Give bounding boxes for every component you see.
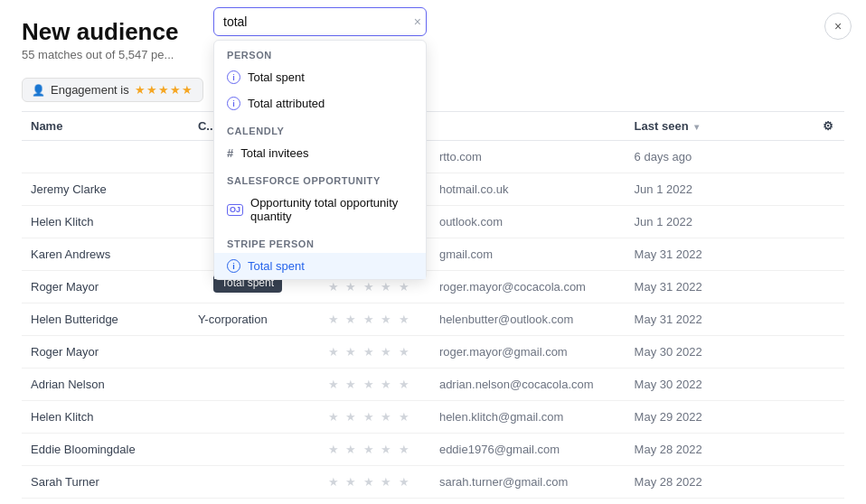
table-row: Roger Mayor★ ★ ★ ★ ★roger.mayor@gmail.co… bbox=[22, 336, 844, 369]
cell-lastseen: May 29 2022 bbox=[626, 401, 737, 434]
col-header-settings[interactable]: ⚙ bbox=[811, 112, 844, 141]
cell-extra bbox=[737, 369, 811, 401]
table-row: Helen Klitch★ ★ ★ ★ ★helen.klitch@gmail.… bbox=[22, 401, 844, 434]
col-header-lastseen[interactable]: Last seen ▾ bbox=[626, 112, 737, 141]
table-container: Name C... Last seen ▾ ⚙ rtto.com6 days a… bbox=[0, 111, 866, 499]
cell-name: Helen Klitch bbox=[22, 401, 189, 434]
cell-name: Adrian Nelson bbox=[22, 369, 189, 401]
cell-extra bbox=[737, 401, 811, 434]
cell-lastseen: May 31 2022 bbox=[626, 238, 737, 271]
dropdown-item-label: Total attributed bbox=[248, 97, 325, 110]
cell-settings bbox=[811, 238, 844, 271]
cell-email: rtto.com bbox=[430, 141, 626, 173]
dropdown-item-label: Opportunity total opportunity quantity bbox=[250, 196, 413, 223]
cell-settings bbox=[811, 369, 844, 401]
page-header: New audience 55 matches out of 5,547 pe.… bbox=[0, 0, 866, 69]
cell-email: adrian.nelson@cocacola.com bbox=[430, 369, 626, 401]
cell-extra bbox=[737, 141, 811, 173]
cell-company bbox=[189, 369, 319, 401]
circle-i-icon: i bbox=[227, 259, 240, 273]
cell-email: hotmail.co.uk bbox=[430, 173, 626, 206]
cell-lastseen: May 31 2022 bbox=[626, 303, 737, 336]
cell-name: Karen Andrews bbox=[22, 238, 189, 271]
cell-company bbox=[189, 434, 319, 466]
cell-name: Eddie Bloomingdale bbox=[22, 434, 189, 466]
table-row: Eddie Bloomingdale★ ★ ★ ★ ★eddie1976@gma… bbox=[22, 434, 844, 466]
dropdown-section-calendly: CALENDLY bbox=[214, 117, 426, 140]
cell-settings bbox=[811, 141, 844, 173]
cell-company bbox=[189, 401, 319, 434]
cell-email: gmail.com bbox=[430, 238, 626, 271]
table-row: Sarah Turner★ ★ ★ ★ ★sarah.turner@gmail.… bbox=[22, 466, 844, 499]
table-header-row: Name C... Last seen ▾ ⚙ bbox=[22, 112, 844, 141]
contacts-table: Name C... Last seen ▾ ⚙ rtto.com6 days a… bbox=[22, 111, 844, 499]
cell-lastseen: May 31 2022 bbox=[626, 271, 737, 303]
filter-label: Engagement is bbox=[51, 83, 129, 97]
cell-settings bbox=[811, 434, 844, 466]
cell-email: eddie1976@gmail.com bbox=[430, 434, 626, 466]
dropdown-section-stripe: STRIPE PERSON bbox=[214, 229, 426, 253]
cell-engagement: ★ ★ ★ ★ ★ bbox=[319, 336, 430, 369]
close-button[interactable]: × bbox=[824, 13, 852, 40]
cell-lastseen: May 30 2022 bbox=[626, 369, 737, 401]
table-row: Adrian Nelson★ ★ ★ ★ ★adrian.nelson@coca… bbox=[22, 369, 844, 401]
dropdown-item-stripe-total-spent[interactable]: i Total spent bbox=[214, 253, 426, 279]
table-row: Helen Klitchoutlook.comJun 1 2022 bbox=[22, 206, 844, 238]
table-row: Roger Mayor★ ★ ★ ★ ★roger.mayor@cocacola… bbox=[22, 271, 844, 303]
search-input-wrapper: × bbox=[213, 7, 427, 36]
cell-extra bbox=[737, 173, 811, 206]
dropdown-item-label: Total invitees bbox=[240, 146, 308, 160]
cell-engagement: ★ ★ ★ ★ ★ bbox=[319, 434, 430, 466]
cell-lastseen: May 28 2022 bbox=[626, 434, 737, 466]
cell-name: Roger Mayor bbox=[22, 336, 189, 369]
person-icon: 👤 bbox=[32, 84, 45, 97]
cell-extra bbox=[737, 303, 811, 336]
cell-email: roger.mayor@cocacola.com bbox=[430, 271, 626, 303]
cell-extra bbox=[737, 466, 811, 499]
cell-email: helenbutter@outlook.com bbox=[430, 303, 626, 336]
cell-name: Jeremy Clarke bbox=[22, 173, 189, 206]
cell-name bbox=[22, 141, 189, 173]
cell-engagement: ★ ★ ★ ★ ★ bbox=[319, 401, 430, 434]
cell-settings bbox=[811, 466, 844, 499]
dropdown-section-salesforce: SALESFORCE OPPORTUNITY bbox=[214, 166, 426, 190]
filter-bar: 👤 Engagement is ★★★★★ bbox=[0, 69, 866, 111]
cell-settings bbox=[811, 206, 844, 238]
cell-email: outlook.com bbox=[430, 206, 626, 238]
cell-settings bbox=[811, 401, 844, 434]
cell-lastseen: Jun 1 2022 bbox=[626, 206, 737, 238]
cell-engagement: ★ ★ ★ ★ ★ bbox=[319, 369, 430, 401]
cell-email: sarah.turner@gmail.com bbox=[430, 466, 626, 499]
cell-name: Helen Klitch bbox=[22, 206, 189, 238]
cell-name: Helen Butteridge bbox=[22, 303, 189, 336]
search-clear-button[interactable]: × bbox=[414, 15, 421, 28]
page-subtitle: 55 matches out of 5,547 pe... bbox=[22, 48, 844, 61]
cell-name: Roger Mayor bbox=[22, 271, 189, 303]
search-input[interactable] bbox=[213, 7, 427, 36]
table-row: Helen ButteridgeY-corporation★ ★ ★ ★ ★he… bbox=[22, 303, 844, 336]
circle-i-icon: i bbox=[227, 70, 240, 84]
col-header-email bbox=[430, 112, 626, 141]
cell-lastseen: 6 days ago bbox=[626, 141, 737, 173]
cell-company: Y-corporation bbox=[189, 303, 319, 336]
dropdown-section-person: PERSON bbox=[214, 41, 426, 64]
dropdown-item-label: Total spent bbox=[248, 70, 305, 84]
sort-icon: ▾ bbox=[694, 122, 699, 132]
hashtag-icon: # bbox=[227, 146, 233, 160]
dropdown-item-total-attributed[interactable]: i Total attributed bbox=[214, 90, 426, 117]
cell-lastseen: May 28 2022 bbox=[626, 466, 737, 499]
cell-settings bbox=[811, 303, 844, 336]
dropdown-item-total-invitees[interactable]: # Total invitees bbox=[214, 140, 426, 166]
cell-extra bbox=[737, 434, 811, 466]
cell-extra bbox=[737, 336, 811, 369]
col-header-name: Name bbox=[22, 112, 189, 141]
cell-lastseen: May 30 2022 bbox=[626, 336, 737, 369]
filter-chip-engagement[interactable]: 👤 Engagement is ★★★★★ bbox=[22, 78, 203, 102]
dropdown-item-total-spent[interactable]: i Total spent bbox=[214, 64, 426, 90]
col-header-extra bbox=[737, 112, 811, 141]
cell-settings bbox=[811, 271, 844, 303]
cell-email: roger.mayor@gmail.com bbox=[430, 336, 626, 369]
dropdown-item-opportunity-total[interactable]: OJ Opportunity total opportunity quantit… bbox=[214, 190, 426, 229]
table-row: rtto.com6 days ago bbox=[22, 141, 844, 173]
search-box-container: × PERSON i Total spent i Total attribute… bbox=[213, 7, 427, 36]
